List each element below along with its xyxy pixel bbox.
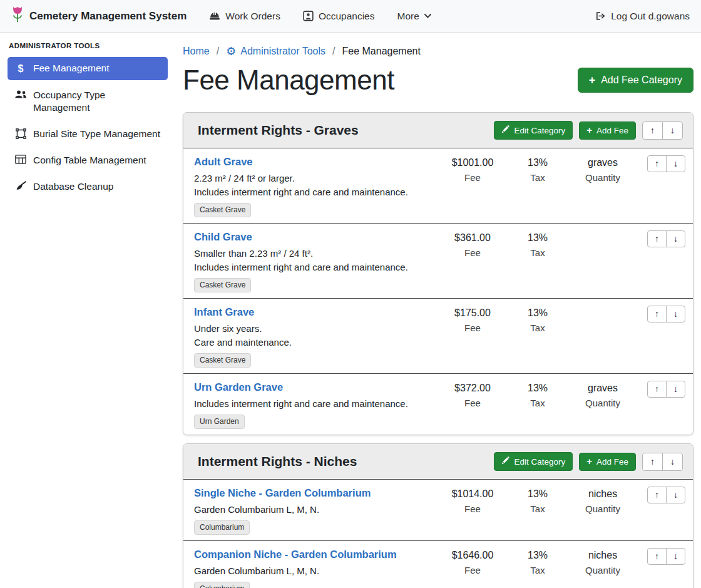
fee-descriptions: Under six years.Care and maintenance.: [194, 322, 429, 349]
fee-quantity-block: niches Quantity: [565, 487, 641, 535]
fee-type-badge: Columbarium: [194, 582, 250, 588]
fee-quantity-label: Quantity: [565, 564, 641, 577]
sidebar-item-burial-site-type-management[interactable]: Burial Site Type Management: [8, 123, 168, 145]
move-fee-up-button[interactable]: ↑: [647, 155, 667, 172]
fee-tax-value: 13%: [511, 306, 565, 319]
logout-icon: [595, 11, 606, 21]
sidebar-item-label: Config Table Management: [33, 154, 146, 167]
fee-badge-wrap: Casket Grave: [194, 203, 429, 217]
fee-description: Includes interment right and care and ma…: [194, 260, 429, 274]
fee-amount-value: $175.00: [434, 306, 511, 319]
move-fee-down-button[interactable]: ↓: [666, 230, 685, 247]
fee-amount-label: Fee: [434, 321, 511, 334]
fee-description: Smaller than 2.23 m² / 24 ft².: [194, 247, 429, 260]
fee-tax-block: 13% Tax: [511, 548, 565, 588]
fee-reorder-group: ↑ ↓: [647, 230, 685, 247]
sidebar-item-label: Database Cleanup: [33, 180, 113, 193]
fee-quantity-label: Quantity: [565, 171, 641, 184]
fee-details: Child Grave Smaller than 2.23 m² / 24 ft…: [194, 230, 434, 292]
fee-amount-value: $372.00: [434, 381, 511, 395]
edit-category-button[interactable]: Edit Category: [494, 452, 573, 471]
app-brand[interactable]: Cemetery Management System: [11, 6, 187, 26]
move-category-down-button[interactable]: ↓: [662, 453, 683, 471]
nav-work-orders-label: Work Orders: [225, 11, 280, 22]
breadcrumb-admin-tools-link[interactable]: ⚙ Administrator Tools: [226, 46, 325, 57]
add-fee-category-button[interactable]: + Add Fee Category: [578, 68, 693, 93]
fee-description: Includes interment right and care and ma…: [194, 185, 429, 199]
arrow-up-icon: ↑: [650, 125, 655, 135]
fee-name-link[interactable]: Infant Grave: [194, 306, 254, 318]
fee-quantity-label: Quantity: [565, 396, 641, 410]
fee-descriptions: 2.23 m² / 24 ft² or larger.Includes inte…: [194, 172, 429, 199]
breadcrumb-separator: /: [217, 46, 219, 57]
nav-more-label: More: [397, 11, 419, 22]
fee-row: Adult Grave 2.23 m² / 24 ft² or larger.I…: [183, 148, 693, 223]
sidebar-item-label: Burial Site Type Management: [33, 128, 160, 140]
breadcrumb-home-link[interactable]: Home: [183, 46, 210, 57]
broom-icon: [14, 181, 27, 191]
sidebar-item-occupancy-type-management[interactable]: Occupancy Type Management: [8, 84, 168, 119]
move-fee-up-button[interactable]: ↑: [647, 487, 667, 503]
sidebar-item-config-table-management[interactable]: Config Table Management: [8, 149, 168, 172]
fee-badge-wrap: Casket Grave: [194, 278, 429, 292]
move-fee-up-button[interactable]: ↑: [647, 381, 667, 398]
plus-icon: +: [586, 458, 592, 465]
fee-amount-block: $175.00 Fee: [434, 306, 511, 368]
fee-tax-block: 13% Tax: [511, 381, 565, 429]
fee-list: Single Niche - Garden Columbarium Garden…: [183, 479, 693, 588]
fee-tax-value: 13%: [511, 156, 565, 169]
move-fee-down-button[interactable]: ↓: [666, 381, 685, 398]
fee-amount-value: $361.00: [434, 231, 511, 244]
nav-more[interactable]: More: [397, 11, 431, 22]
arrow-down-icon: ↓: [673, 384, 678, 394]
add-fee-button[interactable]: + Add Fee: [579, 121, 636, 140]
edit-category-button[interactable]: Edit Category: [494, 121, 573, 140]
fee-name-link[interactable]: Companion Niche - Garden Columbarium: [194, 548, 397, 560]
move-fee-up-button[interactable]: ↑: [647, 306, 667, 322]
add-fee-button[interactable]: + Add Fee: [579, 453, 636, 471]
fee-description: Includes interment right and care and ma…: [194, 397, 429, 411]
fee-badge-wrap: Urn Garden: [194, 415, 429, 429]
main-nav: Work Orders Occupancies More: [209, 11, 431, 22]
fee-tax-value: 13%: [511, 549, 565, 562]
arrow-down-icon: ↓: [673, 234, 678, 244]
breadcrumb-current: Fee Management: [342, 46, 421, 57]
fee-name-link[interactable]: Child Grave: [194, 230, 252, 243]
fee-tax-value: 13%: [511, 231, 565, 244]
fee-row: Single Niche - Garden Columbarium Garden…: [183, 479, 693, 540]
nav-work-orders[interactable]: Work Orders: [209, 11, 280, 22]
move-fee-down-button[interactable]: ↓: [666, 487, 685, 503]
fee-name-link[interactable]: Urn Garden Grave: [194, 381, 283, 393]
fee-tax-label: Tax: [511, 502, 565, 515]
fee-reorder-group: ↑ ↓: [647, 306, 685, 322]
arrow-down-icon: ↓: [673, 158, 678, 168]
move-fee-up-button[interactable]: ↑: [647, 548, 667, 565]
category-reorder-group: ↑ ↓: [642, 453, 683, 471]
move-fee-down-button[interactable]: ↓: [666, 155, 685, 172]
fee-badge-wrap: Casket Grave: [194, 353, 429, 368]
fee-details: Single Niche - Garden Columbarium Garden…: [194, 487, 434, 535]
fee-badge-wrap: Columbarium: [194, 582, 429, 588]
fee-quantity-label: Quantity: [565, 502, 641, 515]
move-fee-down-button[interactable]: ↓: [666, 548, 685, 565]
nav-logout[interactable]: Log Out d.gowans: [595, 11, 690, 22]
fee-description: Garden Columbarium L, M, N.: [194, 503, 429, 517]
move-category-up-button[interactable]: ↑: [642, 121, 663, 140]
move-fee-down-button[interactable]: ↓: [666, 306, 685, 322]
fee-reorder-group: ↑ ↓: [647, 548, 685, 565]
move-category-up-button[interactable]: ↑: [642, 453, 663, 471]
move-fee-up-button[interactable]: ↑: [647, 230, 667, 247]
app-title: Cemetery Management System: [29, 10, 187, 23]
fee-type-badge: Columbarium: [194, 520, 250, 535]
fee-reorder-group: ↑ ↓: [647, 155, 685, 172]
sidebar-item-fee-management[interactable]: $ Fee Management: [8, 57, 168, 80]
fee-name-link[interactable]: Single Niche - Garden Columbarium: [194, 487, 371, 499]
move-category-down-button[interactable]: ↓: [662, 121, 683, 140]
add-fee-category-label: Add Fee Category: [601, 75, 682, 86]
sidebar-item-database-cleanup[interactable]: Database Cleanup: [8, 175, 168, 198]
fee-row: Companion Niche - Garden Columbarium Gar…: [183, 540, 693, 588]
admin-sidebar: ADMINISTRATOR TOOLS $ Fee Management Occ…: [0, 33, 175, 588]
fee-tax-block: 13% Tax: [511, 487, 565, 535]
fee-name-link[interactable]: Adult Grave: [194, 155, 253, 168]
nav-occupancies[interactable]: Occupancies: [303, 11, 375, 22]
